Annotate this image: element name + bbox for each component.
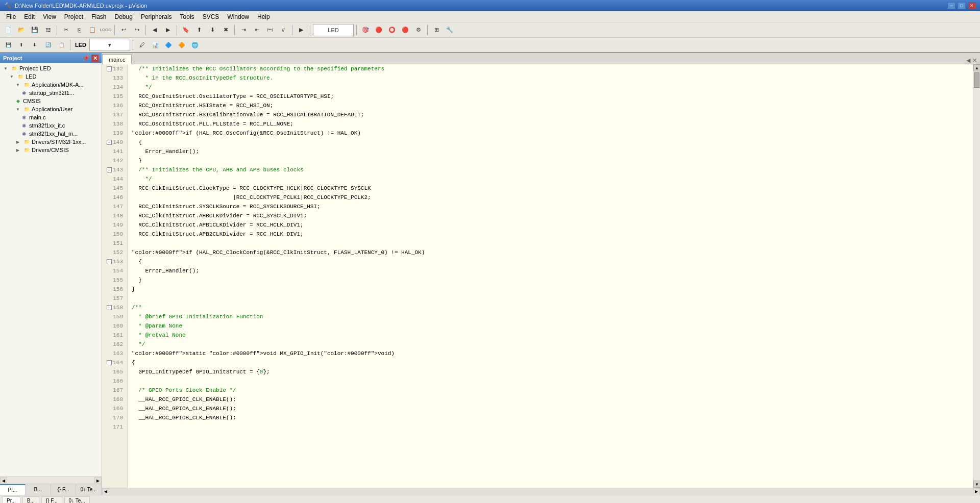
mem-btn1[interactable]: 💾	[2, 39, 14, 51]
menu-peripherals[interactable]: Peripherals	[137, 12, 176, 21]
t2-btn4[interactable]: 🔶	[176, 39, 188, 51]
bottom-tab-templates[interactable]: 0↓ Te...	[64, 496, 90, 503]
unindent-button[interactable]: ⇤	[251, 24, 263, 36]
target-btn2[interactable]: 🔴	[373, 24, 385, 36]
menu-window[interactable]: Window	[223, 12, 253, 21]
tree-item-led[interactable]: ▼ 📁 LED	[0, 72, 102, 81]
cut-button[interactable]: ✂	[60, 24, 72, 36]
menu-flash[interactable]: Flash	[87, 12, 110, 21]
project-pin-icon[interactable]: 📌	[82, 55, 89, 62]
target-btn4[interactable]: 🔴	[399, 24, 411, 36]
new-file-button[interactable]: 📄	[2, 24, 14, 36]
target-btn3[interactable]: ⭕	[386, 24, 398, 36]
comment-button[interactable]: /**/	[264, 24, 276, 36]
menu-file[interactable]: File	[2, 12, 20, 21]
fold-button-132[interactable]: −	[107, 66, 112, 71]
proj-scroll-left[interactable]: ◀	[0, 477, 7, 484]
redo-button[interactable]: ↪	[131, 24, 143, 36]
save-button[interactable]: 💾	[29, 24, 41, 36]
proj-tab-project[interactable]: Pr...	[0, 484, 26, 495]
hscroll-left[interactable]: ◀	[102, 488, 109, 495]
scroll-track[interactable]	[973, 71, 980, 481]
menu-project[interactable]: Project	[60, 12, 87, 21]
menu-svcs[interactable]: SVCS	[199, 12, 224, 21]
proj-tab-books[interactable]: B...	[26, 484, 51, 495]
t2-combo[interactable]: ▾	[89, 39, 130, 51]
editor-tab-mainc[interactable]: main.c	[102, 54, 132, 64]
t2-btn5[interactable]: 🌐	[189, 39, 201, 51]
next-bookmark-button[interactable]: ⬇	[206, 24, 218, 36]
menu-view[interactable]: View	[39, 12, 60, 21]
run-button[interactable]: ▶	[295, 24, 307, 36]
tree-item-root[interactable]: ▼ 📁 Project: LED	[0, 64, 102, 72]
close-button[interactable]: ✕	[968, 2, 976, 9]
window-controls[interactable]: ─ □ ✕	[947, 2, 976, 9]
scroll-down-arrow[interactable]: ▼	[973, 481, 980, 488]
code-content[interactable]: /** Initializes the RCC Oscillators acco…	[128, 64, 973, 488]
tree-item-driversstm[interactable]: ▶ 📁 Drivers/STM32F1xx...	[0, 138, 102, 146]
copy-button[interactable]: ⎘	[73, 24, 85, 36]
fold-button-143[interactable]: −	[107, 167, 112, 172]
editor-tab-pin[interactable]: ◀	[966, 57, 970, 64]
mem-btn4[interactable]: 🔄	[42, 39, 54, 51]
uncomment-button[interactable]: //	[277, 24, 289, 36]
clear-bookmark-button[interactable]: ✖	[219, 24, 232, 36]
folder-icon-led: 📁	[17, 73, 24, 80]
proj-tab-templates[interactable]: 0↓ Te...	[76, 484, 102, 495]
editor-tab-controls[interactable]: ◀ ✕	[964, 57, 980, 64]
tree-item-startup[interactable]: ✱ startup_stm32f1...	[0, 89, 102, 97]
target-btn5[interactable]: ⚙	[412, 24, 425, 36]
tree-item-appmdk[interactable]: ▼ 📁 Application/MDK-A...	[0, 81, 102, 89]
maximize-button[interactable]: □	[958, 2, 966, 9]
fold-button-153[interactable]: −	[107, 259, 112, 264]
tree-item-driverscmsis[interactable]: ▶ 📁 Drivers/CMSIS	[0, 146, 102, 154]
bottom-scrollbar[interactable]: ◀ ▶	[102, 488, 980, 495]
project-panel-close[interactable]: ✕	[91, 55, 99, 62]
mem-btn5[interactable]: 📋	[55, 39, 67, 51]
menu-debug[interactable]: Debug	[111, 12, 137, 21]
fold-button-158[interactable]: −	[107, 305, 112, 310]
tree-item-mainc[interactable]: ✱ main.c	[0, 113, 102, 121]
proj-tab-functions[interactable]: {} F...	[51, 484, 77, 495]
menu-help[interactable]: Help	[253, 12, 274, 21]
bottom-tab-functions[interactable]: {} F...	[41, 496, 62, 503]
menu-tools[interactable]: Tools	[176, 12, 199, 21]
tree-item-cmsis[interactable]: ◆ CMSIS	[0, 97, 102, 105]
view-btn[interactable]: ⊞	[430, 24, 443, 36]
mem-btn3[interactable]: ⬇	[29, 39, 41, 51]
bookmark-button[interactable]: 🔖	[180, 24, 192, 36]
tree-item-stm32it[interactable]: ✱ stm32f1xx_it.c	[0, 121, 102, 130]
menu-edit[interactable]: Edit	[20, 12, 39, 21]
tree-item-appuser[interactable]: ▼ 📁 Application/User	[0, 105, 102, 113]
scroll-thumb[interactable]	[974, 72, 979, 88]
t2-btn3[interactable]: 🔷	[162, 39, 175, 51]
fold-button-164[interactable]: −	[107, 360, 112, 365]
proj-scroll-right[interactable]: ▶	[94, 477, 102, 484]
paste-button[interactable]: 📋	[86, 24, 99, 36]
nav-forward-button[interactable]: ▶	[162, 24, 174, 36]
open-file-button[interactable]: 📂	[15, 24, 28, 36]
tree-item-stm32hal[interactable]: ✱ stm32f1xx_hal_m...	[0, 130, 102, 138]
mem-btn2[interactable]: ⬆	[15, 39, 28, 51]
hscroll-right[interactable]: ▶	[973, 488, 980, 495]
minimize-button[interactable]: ─	[947, 2, 955, 9]
prev-bookmark-button[interactable]: ⬆	[193, 24, 205, 36]
fold-button-140[interactable]: −	[107, 140, 112, 145]
bottom-tab-build[interactable]: B...	[22, 496, 39, 503]
undo-button[interactable]: ↩	[117, 24, 130, 36]
bottom-tab-project[interactable]: Pr...	[2, 496, 20, 503]
tools-btn[interactable]: 🔧	[444, 24, 456, 36]
editor-tab-close[interactable]: ✕	[972, 57, 977, 64]
t2-btn2[interactable]: 📊	[149, 39, 161, 51]
scroll-up-arrow[interactable]: ▲	[973, 64, 980, 71]
code-line-144: */	[132, 174, 969, 184]
save-all-button[interactable]: 🖫	[42, 24, 54, 36]
t2-btn1[interactable]: 🖊	[136, 39, 148, 51]
nav-back-button[interactable]: ◀	[149, 24, 161, 36]
logo-button[interactable]: LOGO	[100, 24, 112, 36]
line-number-143: −143	[102, 165, 127, 174]
target-btn1[interactable]: 🎯	[359, 24, 372, 36]
combo-drop[interactable]: LED	[313, 24, 354, 36]
right-scrollbar[interactable]: ▲ ▼	[973, 64, 980, 488]
indent-button[interactable]: ⇥	[237, 24, 250, 36]
